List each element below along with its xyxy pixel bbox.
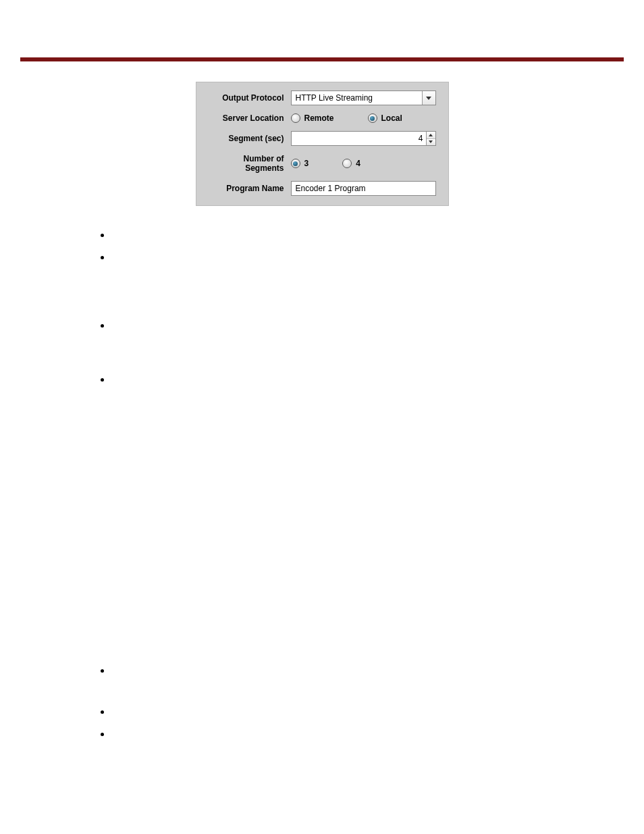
output-protocol-select[interactable]: HTTP Live Streaming — [291, 90, 436, 105]
bullet-list-2 — [98, 317, 624, 334]
row-num-segments: Number of Segments 3 4 — [203, 154, 441, 173]
list-item — [111, 249, 624, 265]
bullet-list-4 — [98, 662, 624, 679]
radio-label-remote: Remote — [304, 113, 334, 123]
list-item — [111, 703, 624, 720]
label-num-segments: Number of Segments — [203, 154, 291, 173]
num-segments-3[interactable]: 3 — [291, 159, 309, 168]
bullet-list-1 — [98, 226, 624, 265]
list-item — [111, 317, 624, 334]
radio-icon — [342, 159, 352, 168]
label-program-name: Program Name — [203, 184, 291, 193]
chevron-down-icon — [426, 97, 431, 100]
row-segment: Segment (sec) 4 — [203, 131, 441, 146]
radio-icon — [291, 159, 300, 168]
radio-icon — [291, 113, 300, 123]
label-output-protocol: Output Protocol — [203, 93, 291, 103]
radio-label-3: 3 — [304, 159, 309, 168]
list-item — [111, 226, 624, 243]
bullet-list-3 — [98, 371, 624, 388]
list-item — [111, 725, 624, 742]
chevron-down-icon — [429, 140, 433, 143]
segment-input[interactable]: 4 — [291, 131, 436, 146]
radio-icon — [368, 113, 377, 123]
segment-step-down[interactable] — [427, 139, 435, 146]
segment-step-up[interactable] — [427, 132, 435, 139]
output-settings-panel: Output Protocol HTTP Live Streaming Serv… — [196, 82, 449, 206]
row-output-protocol: Output Protocol HTTP Live Streaming — [203, 90, 441, 105]
header-rule — [20, 57, 624, 61]
list-item — [111, 371, 624, 388]
label-segment: Segment (sec) — [203, 134, 291, 143]
output-protocol-dropdown-button[interactable] — [422, 91, 435, 105]
row-server-location: Server Location Remote Local — [203, 113, 441, 123]
program-name-input[interactable]: Encoder 1 Program — [291, 181, 436, 196]
bullet-list-5 — [98, 703, 624, 742]
segment-value: 4 — [292, 132, 426, 145]
output-protocol-value: HTTP Live Streaming — [292, 91, 422, 105]
num-segments-4[interactable]: 4 — [342, 159, 360, 168]
row-program-name: Program Name Encoder 1 Program — [203, 181, 441, 196]
chevron-up-icon — [429, 134, 433, 136]
server-location-local[interactable]: Local — [368, 113, 402, 123]
radio-label-local: Local — [381, 113, 402, 123]
radio-label-4: 4 — [356, 159, 360, 168]
list-item — [111, 662, 624, 679]
server-location-remote[interactable]: Remote — [291, 113, 334, 123]
label-server-location: Server Location — [203, 113, 291, 123]
